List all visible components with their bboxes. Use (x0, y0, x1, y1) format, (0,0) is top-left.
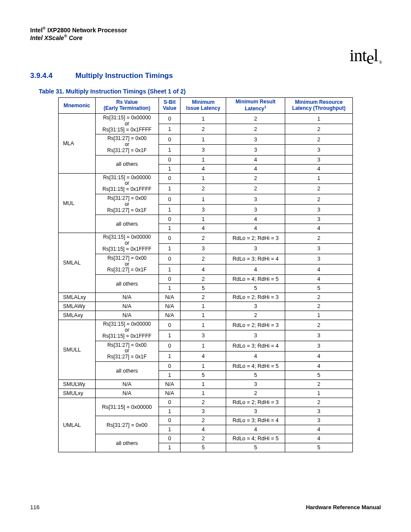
result-latency-cell: RdLo = 3; RdHi = 4 (226, 416, 285, 425)
resource-latency-cell: 2 (285, 233, 353, 243)
resource-latency-cell: 2 (285, 134, 353, 145)
mnemonic-cell: SMULL (59, 320, 96, 380)
sbit-cell: 0 (159, 173, 181, 184)
table-row: SMULLRs[31:15] = 0x00000orRs[31:15] = 0x… (59, 320, 353, 330)
page-number: 116 (30, 504, 40, 510)
mnemonic-cell: SMULxy (59, 389, 96, 398)
rs-value-cell: Rs[31:27] = 0x00orRs[31:27] = 0x1F (95, 194, 159, 215)
table-caption: Table 31. Multiply Instruction Timings (… (39, 88, 381, 95)
sbit-cell: 0 (159, 113, 181, 124)
sbit-cell: 1 (159, 145, 181, 155)
rs-value-cell: N/A (95, 389, 159, 398)
header-line1-pre: Intel (30, 27, 43, 34)
result-latency-cell: 3 (226, 145, 285, 155)
resource-latency-cell: 3 (285, 341, 353, 351)
sbit-cell: 1 (159, 443, 181, 452)
issue-latency-cell: 2 (181, 293, 226, 302)
mnemonic-cell: SMLAxy (59, 311, 96, 320)
sbit-cell: 1 (159, 371, 181, 380)
issue-latency-cell: 5 (181, 443, 226, 452)
result-latency-cell: RdLo = 3; RdHi = 4 (226, 341, 285, 351)
issue-latency-cell: 5 (181, 371, 226, 380)
page-footer: 116 Hardware Reference Manual (30, 504, 381, 510)
resource-latency-cell: 5 (285, 371, 353, 380)
issue-latency-cell: 2 (181, 398, 226, 407)
issue-latency-cell: 4 (181, 425, 226, 434)
table-row: Rs[31:27] = 0x00orRs[31:27] = 0x1F0132 (59, 134, 353, 145)
sbit-cell: 1 (159, 330, 181, 341)
result-latency-cell: RdLo = 4; RdHi = 5 (226, 362, 285, 371)
sbit-cell: N/A (159, 389, 181, 398)
header-line1-post: IXP2800 Network Processor (46, 27, 127, 34)
rs-value-cell: Rs[31:15] = 0x00000orRs[31:15] = 0x1FFFF (95, 113, 159, 134)
reg-mark: ® (43, 26, 46, 31)
rs-value-cell: Rs[31:15] = 0x00000orRs[31:15] = 0x1FFFF (95, 173, 159, 194)
section-heading: 3.9.4.4 Multiply Instruction Timings (30, 72, 381, 80)
sbit-cell: 0 (159, 215, 181, 224)
issue-latency-cell: 1 (181, 134, 226, 145)
rs-value-cell: Rs[31:27] = 0x00orRs[31:27] = 0x1F (95, 254, 159, 274)
resource-latency-cell: 4 (285, 425, 353, 434)
resource-latency-cell: 3 (285, 407, 353, 416)
result-latency-cell: 5 (226, 371, 285, 380)
header-line2-pre: Intel XScale (30, 34, 64, 41)
resource-latency-cell: 3 (285, 145, 353, 155)
rs-value-cell: Rs[31:15] = 0x00000orRs[31:15] = 0x1FFFF (95, 233, 159, 254)
sbit-cell: 1 (159, 184, 181, 194)
rs-value-cell: Rs[31:27] = 0x00orRs[31:27] = 0x1F (95, 134, 159, 155)
result-latency-cell: 3 (226, 205, 285, 215)
result-latency-cell: 2 (226, 113, 285, 124)
sbit-cell: 1 (159, 407, 181, 416)
issue-latency-cell: 4 (181, 264, 226, 275)
result-latency-cell: 3 (226, 134, 285, 145)
sbit-cell: 1 (159, 205, 181, 215)
logo-row: intel® (30, 45, 381, 65)
issue-latency-cell: 2 (181, 233, 226, 243)
issue-latency-cell: 2 (181, 434, 226, 443)
table-row: Rs[31:27] = 0x00orRs[31:27] = 0x1F01RdLo… (59, 341, 353, 351)
sbit-cell: 1 (159, 351, 181, 361)
issue-latency-cell: 2 (181, 254, 226, 264)
issue-latency-cell: 4 (181, 164, 226, 173)
rs-value-cell: all others (95, 362, 159, 380)
rs-value-cell: Rs[31:15] = 0x00000orRs[31:15] = 0x1FFFF (95, 320, 159, 341)
resource-latency-cell: 3 (285, 155, 353, 164)
resource-latency-cell: 3 (285, 254, 353, 264)
mnemonic-cell: MUL (59, 173, 96, 233)
sbit-cell: 1 (159, 164, 181, 173)
issue-latency-cell: 3 (181, 407, 226, 416)
sbit-cell: 1 (159, 264, 181, 275)
header-line1: Intel® IXP2800 Network Processor (30, 26, 381, 34)
table-header-row: Mnemonic Rs Value (Early Termination) S-… (59, 98, 353, 114)
issue-latency-cell: 5 (181, 284, 226, 293)
result-latency-cell: RdLo = 2; RdHi = 3 (226, 293, 285, 302)
table-row: SMULxyN/AN/A121 (59, 389, 353, 398)
resource-latency-cell: 2 (285, 398, 353, 407)
sbit-cell: 1 (159, 284, 181, 293)
table-row: Rs[31:27] = 0x00orRs[31:27] = 0x1F0132 (59, 194, 353, 205)
sbit-cell: 0 (159, 254, 181, 264)
result-latency-cell: 3 (226, 380, 285, 389)
resource-latency-cell: 4 (285, 224, 353, 233)
result-latency-cell: RdLo = 2; RdHi = 3 (226, 320, 285, 330)
issue-latency-cell: 1 (181, 194, 226, 205)
issue-latency-cell: 2 (181, 124, 226, 134)
sbit-cell: 1 (159, 425, 181, 434)
resource-latency-cell: 4 (285, 362, 353, 371)
issue-latency-cell: 3 (181, 205, 226, 215)
result-latency-cell: RdLo = 4; RdHi = 5 (226, 275, 285, 284)
mnemonic-cell: SMLALxy (59, 293, 96, 302)
resource-latency-cell: 2 (285, 293, 353, 302)
resource-latency-cell: 1 (285, 113, 353, 124)
issue-latency-cell: 1 (181, 155, 226, 164)
mnemonic-cell: SMLAWy (59, 302, 96, 311)
reg-mark: ® (64, 34, 67, 38)
issue-latency-cell: 4 (181, 351, 226, 361)
result-latency-cell: 4 (226, 425, 285, 434)
sbit-cell: 1 (159, 224, 181, 233)
resource-latency-cell: 1 (285, 173, 353, 184)
sbit-cell: 0 (159, 434, 181, 443)
result-latency-cell: 4 (226, 164, 285, 173)
resource-latency-cell: 2 (285, 184, 353, 194)
resource-latency-cell: 3 (285, 330, 353, 341)
